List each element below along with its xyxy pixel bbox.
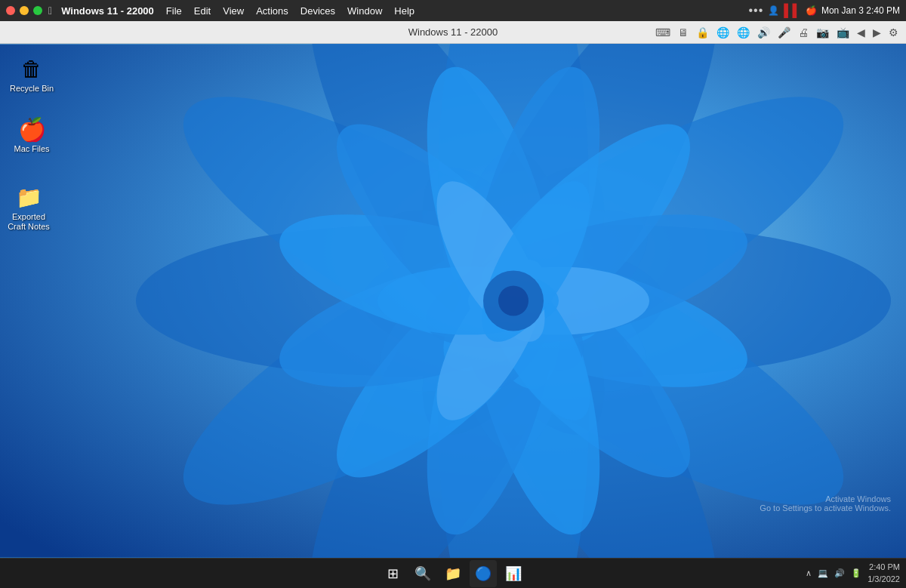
windows-desktop[interactable]: 🗑 Recycle Bin 🍎 Mac Files 📁 Exported Cra…	[0, 44, 906, 558]
mac-menu-right: ••• 👤 ▌▌ 🍎 Mon Jan 3 2:40 PM	[748, 4, 900, 17]
start-button[interactable]: ⊞	[379, 560, 406, 587]
taskbar-app2[interactable]: 📊	[500, 560, 527, 587]
mac-files-label: Mac Files	[14, 144, 49, 154]
back-icon[interactable]: ◀	[855, 25, 867, 40]
globe2-icon[interactable]: 🌐	[735, 25, 751, 40]
traffic-lights	[6, 6, 42, 15]
menu-window[interactable]: Window	[341, 0, 388, 21]
forward-icon[interactable]: ▶	[871, 25, 883, 40]
search-button[interactable]: 🔍	[409, 560, 436, 587]
maximize-button[interactable]	[33, 6, 42, 15]
mac-status-icon: 🍎	[806, 5, 817, 16]
menu-actions[interactable]: Actions	[250, 0, 294, 21]
keyboard-icon[interactable]: ⌨	[654, 25, 672, 40]
profile-icon: 👤	[768, 5, 779, 16]
recycle-bin-label: Recycle Bin	[10, 84, 54, 94]
apple-logo-icon[interactable]: 	[48, 5, 52, 17]
display-icon[interactable]: 🖥	[676, 25, 690, 40]
vm-toolbar: Windows 11 - 22000 ⌨ 🖥 🔒 🌐 🌐 🔊 🎤 🖨 📷 📺 ◀…	[0, 21, 906, 44]
mac-titlebar:  Windows 11 - 22000 File Edit View Acti…	[0, 0, 906, 21]
dots-icon[interactable]: •••	[748, 4, 763, 17]
mac-clock: Mon Jan 3 2:40 PM	[821, 5, 900, 16]
taskbar-right: ∧ 💻 🔊 🔋 2:40 PM 1/3/2022	[806, 562, 900, 585]
mac-menu: Windows 11 - 22000 File Edit View Action…	[55, 0, 421, 21]
camera-icon[interactable]: 📷	[815, 25, 830, 40]
lock-icon[interactable]: 🔒	[695, 25, 710, 40]
print-icon[interactable]: 🖨	[797, 25, 810, 40]
mac-files-image: 🍎	[18, 115, 45, 143]
exported-craft-icon[interactable]: 📁 Exported Craft Notes	[3, 183, 54, 232]
menu-help[interactable]: Help	[388, 0, 421, 21]
recycle-bin-image: 🗑	[18, 55, 45, 82]
settings-icon[interactable]: ⚙	[887, 25, 900, 40]
systray-network[interactable]: 💻	[818, 568, 828, 578]
systray-sound[interactable]: 🔊	[834, 568, 845, 578]
svg-point-32	[498, 286, 528, 316]
clock-date: 1/3/2022	[867, 574, 900, 585]
recycle-bin-icon[interactable]: 🗑 Recycle Bin	[6, 55, 57, 94]
exported-craft-label: Exported Craft Notes	[3, 212, 54, 232]
globe-icon[interactable]: 🌐	[715, 25, 731, 40]
vm-toolbar-icons: ⌨ 🖥 🔒 🌐 🌐 🔊 🎤 🖨 📷 📺 ◀ ▶ ⚙	[654, 25, 900, 40]
tv-icon[interactable]: 📺	[835, 25, 851, 40]
minimize-button[interactable]	[20, 6, 29, 15]
taskbar-clock[interactable]: 2:40 PM 1/3/2022	[867, 562, 900, 585]
file-explorer-button[interactable]: 📁	[439, 560, 467, 587]
vm-title: Windows 11 - 22000	[408, 26, 498, 38]
sound-icon[interactable]: 🔊	[756, 25, 772, 40]
parallels-status-icon: ▌▌	[784, 4, 801, 17]
win-taskbar: ⊞ 🔍 📁 🔵 📊 ∧ 💻 🔊 🔋 2:40 PM 1/3/2022	[0, 558, 906, 588]
exported-craft-image: 📁	[15, 183, 42, 211]
taskbar-app1[interactable]: 🔵	[470, 560, 497, 587]
systray-chevron[interactable]: ∧	[806, 568, 812, 578]
clock-time: 2:40 PM	[867, 562, 900, 573]
menu-view[interactable]: View	[217, 0, 250, 21]
menu-app-name[interactable]: Windows 11 - 22000	[55, 0, 160, 21]
taskbar-center: ⊞ 🔍 📁 🔵 📊	[379, 560, 527, 587]
systray-battery[interactable]: 🔋	[851, 568, 861, 578]
mac-files-icon[interactable]: 🍎 Mac Files	[6, 115, 57, 154]
close-button[interactable]	[6, 6, 15, 15]
menu-edit[interactable]: Edit	[188, 0, 217, 21]
menu-devices[interactable]: Devices	[294, 0, 341, 21]
mic-icon[interactable]: 🎤	[776, 25, 792, 40]
menu-file[interactable]: File	[160, 0, 188, 21]
